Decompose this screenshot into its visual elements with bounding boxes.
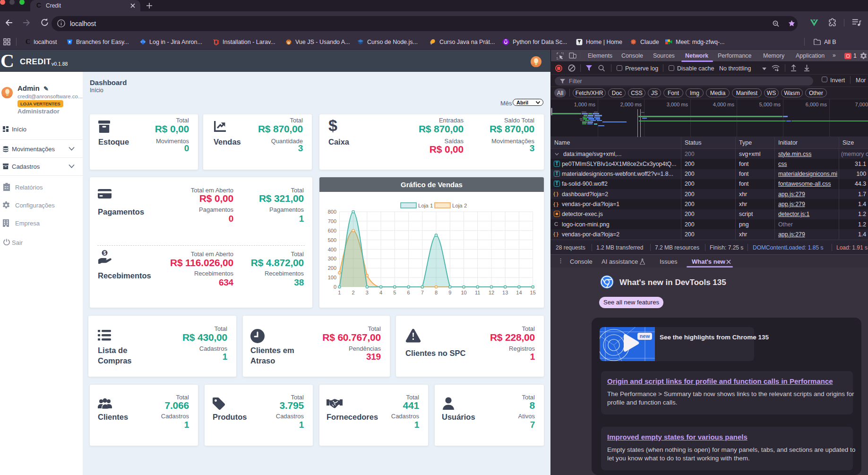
svg-text:7: 7 [421, 290, 424, 295]
svg-text:1: 1 [338, 290, 341, 295]
svg-text:0: 0 [334, 284, 336, 290]
svg-text:300: 300 [328, 256, 336, 261]
svg-text:3: 3 [366, 290, 369, 295]
svg-text:400: 400 [328, 247, 336, 252]
svg-text:13: 13 [502, 290, 508, 295]
svg-text:14: 14 [516, 290, 522, 295]
svg-text:Loja 1: Loja 1 [418, 203, 433, 208]
svg-text:2: 2 [352, 290, 355, 295]
svg-text:5: 5 [393, 290, 396, 295]
svg-text:9: 9 [448, 290, 451, 295]
svg-text:$: $ [103, 250, 106, 256]
svg-text:6: 6 [407, 290, 410, 295]
svg-text:8: 8 [435, 290, 438, 295]
svg-text:11: 11 [475, 290, 480, 295]
svg-text:12: 12 [489, 290, 494, 295]
svg-text:100: 100 [328, 275, 336, 280]
svg-text:200: 200 [328, 265, 336, 271]
svg-text:500: 500 [328, 237, 336, 243]
svg-text:4: 4 [379, 290, 382, 295]
svg-text:800: 800 [328, 209, 336, 215]
svg-text:700: 700 [328, 218, 336, 224]
svg-text:15: 15 [530, 290, 536, 295]
svg-text:600: 600 [328, 228, 336, 233]
svg-text:Loja 2: Loja 2 [452, 203, 467, 208]
svg-text:10: 10 [461, 290, 466, 295]
